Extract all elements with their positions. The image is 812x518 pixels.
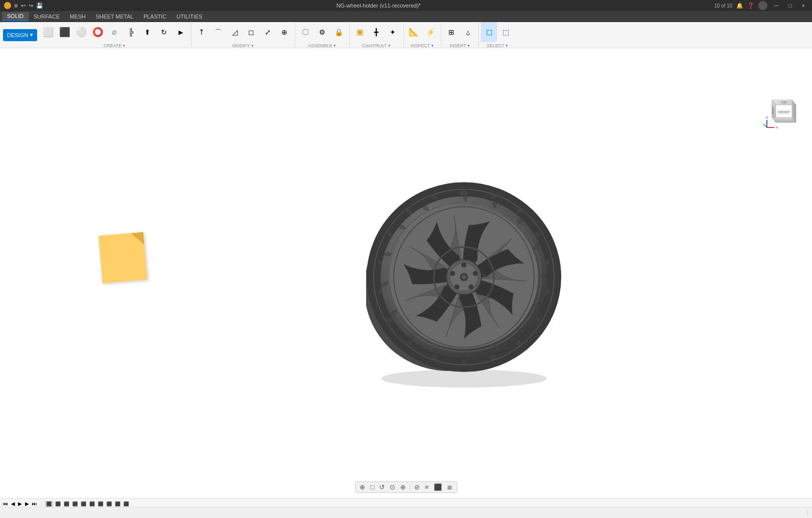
tl-btn-7[interactable]: ⬛ — [97, 501, 104, 506]
viewport-tool-zoom-fit[interactable]: ⊙ — [388, 483, 397, 491]
create-torus-btn[interactable]: ⭕ — [90, 22, 106, 42]
inspect-group: 📐 ⚡ — [406, 22, 438, 42]
modify-scale-btn[interactable]: ⤢ — [260, 22, 276, 42]
redo-btn[interactable]: ↪ — [29, 3, 33, 9]
create-box-btn[interactable]: ⬜ — [40, 22, 56, 42]
svg-text:RIGHT: RIGHT — [771, 106, 774, 114]
file-menu[interactable]: ≡ — [14, 2, 18, 10]
modify-combine-btn[interactable]: ⊕ — [276, 22, 292, 42]
tab-surface[interactable]: SURFACE — [29, 13, 65, 21]
measure-icon: 📐 — [409, 28, 419, 36]
insert-label: INSERT ▾ — [450, 43, 470, 48]
insert-svg-icon: ⍙ — [466, 29, 470, 36]
timeline-prev[interactable]: ◀ — [10, 501, 16, 506]
modify-chamfer-btn[interactable]: ◿ — [227, 22, 243, 42]
tl-btn-10[interactable]: ⬛ — [122, 501, 130, 506]
viewport-tool-appearance[interactable]: ⊘ — [413, 483, 421, 491]
maximize-btn[interactable]: □ — [785, 3, 795, 9]
tab-mesh[interactable]: MESH — [65, 13, 91, 21]
select-btn[interactable]: ◻ — [481, 22, 497, 42]
viewport-tool-effects[interactable]: ⬛ — [432, 483, 443, 491]
select-icon: ◻ — [486, 28, 493, 36]
viewport-tool-grid[interactable]: ≣ — [445, 483, 454, 491]
modify-press-pull-btn[interactable]: ⤒ — [194, 22, 210, 42]
viewport-tool-capture[interactable]: □ — [369, 483, 376, 491]
timeline-play-start[interactable]: ⏮ — [2, 501, 9, 506]
svg-point-18 — [461, 360, 466, 365]
create-revolve-btn[interactable]: ↻ — [156, 22, 172, 42]
user-avatar[interactable] — [758, 1, 767, 10]
create-cylinder-btn[interactable]: ⬛ — [57, 22, 73, 42]
sticky-note — [98, 232, 147, 283]
title-bar-left: ≡ ↩ ↪ 💾 — [4, 2, 43, 10]
timeline-next[interactable]: ▶ — [24, 501, 30, 506]
canvas-area[interactable]: FRONT RIGHT TOP Z X ⊕ □ ↺ ⊙ ⊕ | ⊘ ≡ ⬛ ≣ — [0, 48, 812, 498]
inspect-interference-btn[interactable]: ⚡ — [422, 22, 438, 42]
coil-icon: ⌀ — [112, 28, 117, 36]
assemble-rigid-btn[interactable]: 🔒 — [331, 22, 347, 42]
create-pipe-btn[interactable]: ╠ — [123, 22, 139, 42]
tl-btn-5[interactable]: ⬛ — [80, 501, 87, 506]
tab-plastic[interactable]: PLASTIC — [138, 13, 172, 21]
tab-sheet-metal[interactable]: SHEET METAL — [91, 13, 138, 21]
create-extrude-btn[interactable]: ⬆ — [139, 22, 155, 42]
create-group: ⬜ ⬛ ⚪ ⭕ ⌀ ╠ ⬆ — [40, 22, 189, 42]
assemble-new-component-btn[interactable]: ⬡ — [297, 22, 313, 42]
modify-shell-btn[interactable]: ◻ — [243, 22, 259, 42]
close-btn[interactable]: × — [799, 3, 808, 9]
construct-axis-btn[interactable]: ╋ — [368, 22, 384, 42]
svg-text:FRONT: FRONT — [778, 110, 790, 114]
timeline-play[interactable]: ▶ — [17, 501, 23, 506]
modify-fillet-btn[interactable]: ⌒ — [210, 22, 226, 42]
create-sphere-btn[interactable]: ⚪ — [73, 22, 89, 42]
inspect-measure-btn[interactable]: 📐 — [406, 22, 422, 42]
insert-svg-btn[interactable]: ⍙ — [460, 22, 476, 42]
minimize-btn[interactable]: ─ — [771, 3, 781, 9]
help-btn[interactable]: ❓ — [747, 3, 754, 9]
title-right: 10 of 10 🔔 ❓ ─ □ × — [714, 1, 808, 10]
tl-btn-8[interactable]: ⬛ — [105, 501, 113, 506]
dropdown-chevron: ▾ — [30, 32, 33, 38]
create-coil-btn[interactable]: ⌀ — [106, 22, 122, 42]
viewport-tool-orbit[interactable]: ↺ — [378, 483, 386, 491]
combine-icon: ⊕ — [281, 29, 287, 36]
save-btn[interactable]: 💾 — [36, 3, 43, 9]
construct-plane-btn[interactable]: ▣ — [352, 22, 368, 42]
tab-utilities[interactable]: UTILITIES — [172, 13, 207, 21]
chamfer-icon: ◿ — [232, 29, 238, 36]
tl-btn-6[interactable]: ⬛ — [88, 501, 96, 506]
viewport-tool-grid-snap[interactable]: ⊕ — [358, 483, 367, 491]
timeline-play-end[interactable]: ⏭ — [31, 501, 38, 506]
tl-btn-2[interactable]: ⬛ — [54, 501, 62, 506]
construct-point-btn[interactable]: ✦ — [385, 22, 401, 42]
svg-text:Z: Z — [766, 116, 768, 119]
insert-mesh-icon: ⊞ — [448, 29, 454, 36]
construct-group: ▣ ╋ ✦ — [352, 22, 401, 42]
insert-group: ⊞ ⍙ — [443, 22, 476, 42]
tl-btn-3[interactable]: ⬛ — [63, 501, 70, 506]
insert-mesh-btn[interactable]: ⊞ — [443, 22, 459, 42]
fillet-icon: ⌒ — [215, 29, 222, 36]
tab-count: 10 of 10 — [714, 3, 732, 9]
title-bar: ≡ ↩ ↪ 💾 NG-wheel-holder (v11-recovered)*… — [0, 0, 812, 11]
create-more-btn[interactable]: ▸ — [173, 22, 189, 42]
svg-text:X: X — [776, 126, 778, 129]
assemble-joint-btn[interactable]: ⚙ — [314, 22, 330, 42]
tab-solid[interactable]: SOLID — [2, 12, 29, 21]
shell-icon: ◻ — [248, 29, 254, 36]
tl-btn-4[interactable]: ⬛ — [71, 501, 79, 506]
viewcube[interactable]: FRONT RIGHT TOP Z X — [762, 92, 802, 133]
select-section: ◻ ⬚ SELECT ▾ — [479, 21, 516, 49]
viewport-tool-environment[interactable]: ≡ — [423, 483, 430, 491]
viewport-tool-zoom-in[interactable]: ⊕ — [399, 483, 407, 491]
cylinder-icon: ⬛ — [59, 28, 70, 37]
construct-label: ConsTRUcT ▾ — [362, 43, 391, 48]
tl-btn-1[interactable]: ⬛ — [45, 501, 53, 507]
design-dropdown[interactable]: DESIGN ▾ — [3, 29, 37, 41]
insert-section: ⊞ ⍙ INSERT ▾ — [441, 21, 478, 49]
select-window-btn[interactable]: ⬚ — [498, 22, 514, 42]
undo-btn[interactable]: ↩ — [21, 3, 26, 9]
document-title: NG-wheel-holder (v11-recovered)* — [337, 3, 421, 9]
notification-btn[interactable]: 🔔 — [736, 3, 743, 9]
tl-btn-9[interactable]: ⬛ — [114, 501, 121, 506]
